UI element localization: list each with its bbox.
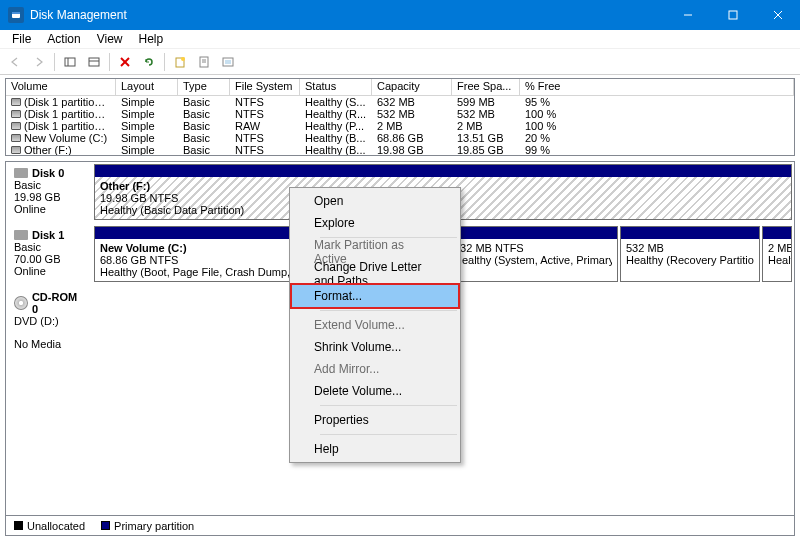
volume-status: Healthy (Recovery Partition) [626, 254, 754, 266]
table-row[interactable]: (Disk 1 partition 2)SimpleBasicNTFSHealt… [6, 96, 794, 108]
col-pfree[interactable]: % Free [520, 79, 794, 96]
cm-separator [320, 310, 457, 311]
col-type[interactable]: Type [178, 79, 230, 96]
col-layout[interactable]: Layout [116, 79, 178, 96]
cm-explore[interactable]: Explore [292, 212, 458, 234]
disk-size: 19.98 GB [14, 191, 86, 203]
app-icon [8, 7, 24, 23]
toolbar-separator [54, 53, 55, 71]
disk-state: Online [14, 265, 86, 277]
volume-line: 2 MB [768, 242, 786, 254]
svg-rect-18 [225, 60, 231, 64]
delete-icon[interactable] [114, 51, 136, 73]
volume-box[interactable]: 632 MB NTFS Healthy (System, Active, Pri… [448, 226, 618, 282]
svg-rect-8 [89, 58, 99, 66]
cm-change-letter[interactable]: Change Drive Letter and Paths... [292, 263, 458, 285]
disk-icon [14, 230, 28, 240]
volume-icon [11, 134, 21, 142]
cm-delete[interactable]: Delete Volume... [292, 380, 458, 402]
disk-size: 70.00 GB [14, 253, 86, 265]
col-capacity[interactable]: Capacity [372, 79, 452, 96]
volume-status: Healthy (Primary Partition) [768, 254, 786, 266]
col-status[interactable]: Status [300, 79, 372, 96]
volume-icon [11, 98, 21, 106]
forward-button[interactable] [28, 51, 50, 73]
minimize-button[interactable] [665, 0, 710, 30]
cm-extend: Extend Volume... [292, 314, 458, 336]
legend: Unallocated Primary partition [6, 515, 794, 535]
menu-action[interactable]: Action [39, 31, 88, 47]
volume-icon [11, 110, 21, 118]
volume-bar [449, 227, 617, 239]
show-hide-button[interactable] [59, 51, 81, 73]
cm-shrink[interactable]: Shrink Volume... [292, 336, 458, 358]
list-header: Volume Layout Type File System Status Ca… [6, 79, 794, 96]
toolbar [0, 49, 800, 75]
volume-list[interactable]: Volume Layout Type File System Status Ca… [5, 78, 795, 156]
volume-bar [763, 227, 791, 239]
close-button[interactable] [755, 0, 800, 30]
new-icon[interactable] [169, 51, 191, 73]
cm-add-mirror: Add Mirror... [292, 358, 458, 380]
toolbar-separator [164, 53, 165, 71]
volume-status: Healthy (System, Active, Primary Partiti… [454, 254, 612, 266]
context-menu: Open Explore Mark Partition as Active Ch… [289, 187, 461, 463]
disk-state: Online [14, 203, 86, 215]
view-button[interactable] [83, 51, 105, 73]
legend-unallocated: Unallocated [14, 520, 85, 532]
svg-rect-6 [65, 58, 75, 66]
title-bar: Disk Management [0, 0, 800, 30]
refresh-icon[interactable] [138, 51, 160, 73]
volume-line: 532 MB [626, 242, 754, 254]
properties-icon[interactable] [193, 51, 215, 73]
disk-label[interactable]: Disk 1 Basic 70.00 GB Online [6, 224, 94, 284]
svg-rect-3 [729, 11, 737, 19]
toolbar-separator [109, 53, 110, 71]
disk-name: Disk 1 [32, 229, 64, 241]
volume-bar [621, 227, 759, 239]
cm-open[interactable]: Open [292, 190, 458, 212]
disk-label[interactable]: Disk 0 Basic 19.98 GB Online [6, 162, 94, 222]
volume-box[interactable]: 2 MB Healthy (Primary Partition) [762, 226, 792, 282]
disk-drive: DVD (D:) [14, 315, 86, 327]
cm-format[interactable]: Format... [292, 285, 458, 307]
disk-icon [14, 168, 28, 178]
volume-line: 632 MB NTFS [454, 242, 612, 254]
disk-type: Basic [14, 241, 86, 253]
volume-box[interactable]: 532 MB Healthy (Recovery Partition) [620, 226, 760, 282]
disk-name: Disk 0 [32, 167, 64, 179]
disk-type: Basic [14, 179, 86, 191]
menu-help[interactable]: Help [131, 31, 172, 47]
back-button[interactable] [4, 51, 26, 73]
disk-state: No Media [14, 338, 86, 350]
cm-separator [320, 405, 457, 406]
window-title: Disk Management [30, 8, 665, 22]
disk-label[interactable]: CD-ROM 0 DVD (D:) No Media [6, 286, 94, 346]
menu-view[interactable]: View [89, 31, 131, 47]
cm-properties[interactable]: Properties [292, 409, 458, 431]
col-free[interactable]: Free Spa... [452, 79, 520, 96]
legend-primary: Primary partition [101, 520, 194, 532]
table-row[interactable]: New Volume (C:)SimpleBasicNTFSHealthy (B… [6, 132, 794, 144]
col-filesystem[interactable]: File System [230, 79, 300, 96]
svg-rect-1 [12, 12, 20, 14]
maximize-button[interactable] [710, 0, 755, 30]
cdrom-icon [14, 296, 28, 310]
cm-separator [320, 434, 457, 435]
table-row[interactable]: (Disk 1 partition 3)SimpleBasicNTFSHealt… [6, 108, 794, 120]
menu-bar: File Action View Help [0, 30, 800, 49]
col-volume[interactable]: Volume [6, 79, 116, 96]
settings-icon[interactable] [217, 51, 239, 73]
menu-file[interactable]: File [4, 31, 39, 47]
table-row[interactable]: Other (F:)SimpleBasicNTFSHealthy (B...19… [6, 144, 794, 156]
volume-icon [11, 146, 21, 154]
svg-point-13 [181, 57, 185, 61]
disk-name: CD-ROM 0 [32, 291, 86, 315]
volume-bar [95, 165, 791, 177]
table-row[interactable]: (Disk 1 partition 4)SimpleBasicRAWHealth… [6, 120, 794, 132]
cm-help[interactable]: Help [292, 438, 458, 460]
volume-icon [11, 122, 21, 130]
